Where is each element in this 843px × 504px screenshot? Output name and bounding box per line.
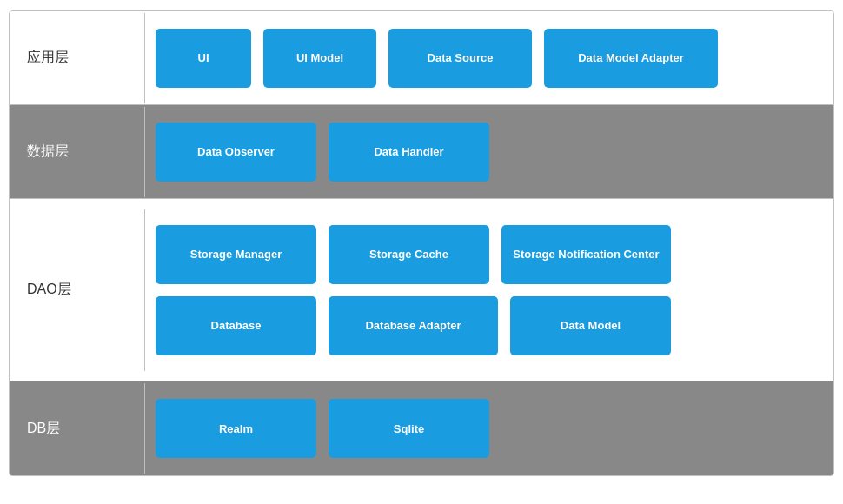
- layer-row-data: 数据层Data ObserverData Handler: [10, 105, 833, 199]
- layer-content-dao: Storage ManagerStorage CacheStorage Noti…: [144, 209, 833, 371]
- chip-data-observer: Data Observer: [156, 123, 316, 182]
- chip-sqlite: Sqlite: [329, 399, 489, 458]
- layer-content-data: Data ObserverData Handler: [144, 107, 833, 197]
- chip-database: Database: [156, 296, 316, 355]
- layer-row-db: DB层RealmSqlite: [10, 381, 833, 475]
- architecture-diagram: 应用层UIUI ModelData SourceData Model Adapt…: [9, 10, 834, 476]
- layer-row-app: 应用层UIUI ModelData SourceData Model Adapt…: [10, 11, 833, 105]
- chip-data-handler: Data Handler: [329, 123, 489, 182]
- chip-data-model: Data Model: [510, 296, 671, 355]
- layer-content-db: RealmSqlite: [144, 383, 833, 474]
- layer-label-dao: DAO层: [10, 281, 144, 299]
- chip-storage-cache: Storage Cache: [329, 225, 489, 284]
- chip-storage-notif: Storage Notification Center: [501, 225, 671, 284]
- chip-realm: Realm: [156, 399, 316, 458]
- layer-label-db: DB层: [10, 420, 144, 438]
- chip-ui-model: UI Model: [263, 29, 376, 88]
- layer-content-app: UIUI ModelData SourceData Model Adapter: [144, 13, 833, 103]
- layer-row-dao: DAO层Storage ManagerStorage CacheStorage …: [10, 199, 833, 381]
- chip-data-source: Data Source: [388, 29, 532, 88]
- layer-label-data: 数据层: [10, 143, 144, 161]
- chip-storage-manager: Storage Manager: [156, 225, 316, 284]
- layer-label-app: 应用层: [10, 49, 144, 67]
- chip-data-model-adapter: Data Model Adapter: [544, 29, 718, 88]
- chip-ui: UI: [156, 29, 251, 88]
- chip-database-adapter: Database Adapter: [329, 296, 498, 355]
